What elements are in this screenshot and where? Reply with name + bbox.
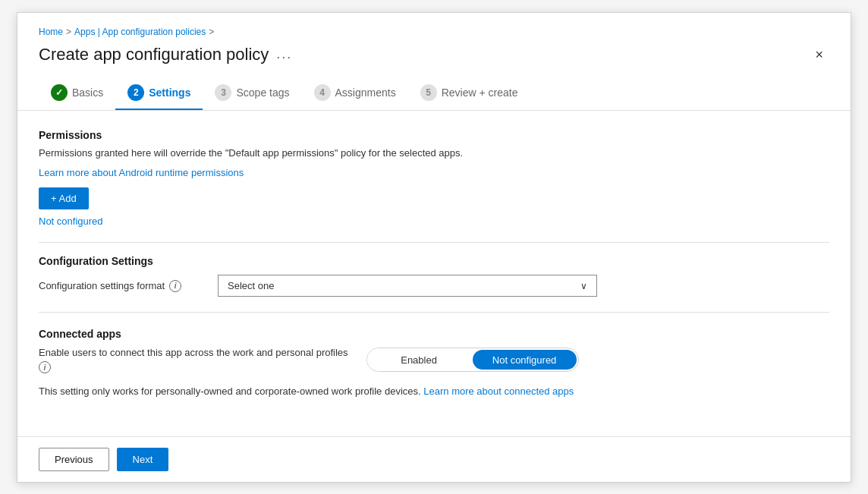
config-format-info-icon[interactable]: i [169,280,181,292]
config-format-value: Select one [228,280,274,291]
config-settings-title: Configuration Settings [39,255,829,267]
tab-review-label: Review + create [442,87,518,99]
section-divider-1 [39,242,829,243]
config-settings-section: Configuration Settings Configuration set… [39,255,829,297]
config-format-dropdown[interactable]: Select one ∨ [218,275,597,297]
tab-settings-label: Settings [149,87,190,99]
modal-container: Home > Apps | App configuration policies… [17,12,851,483]
config-format-label: Configuration settings format i [39,280,206,292]
learn-more-connected-link[interactable]: Learn more about connected apps [423,385,574,397]
tab-basics-circle: ✓ [51,84,68,101]
permissions-section: Permissions Permissions granted here wil… [39,129,829,228]
permissions-description: Permissions granted here will override t… [39,146,829,161]
toggle-row: Enable users to connect this app across … [39,346,829,373]
breadcrumb-apps[interactable]: Apps | App configuration policies [74,27,206,37]
previous-button[interactable]: Previous [39,448,109,471]
tab-scope-tags[interactable]: 3 Scope tags [203,78,301,110]
modal-body: Permissions Permissions granted here wil… [17,111,851,436]
add-button[interactable]: + Add [39,187,89,209]
connected-apps-toggle[interactable]: Enabled Not configured [366,348,579,372]
modal-header: Home > Apps | App configuration policies… [17,13,851,65]
tab-assignments-label: Assignments [335,87,396,99]
connected-apps-info-icon[interactable]: i [39,361,51,373]
tabs-row: ✓ Basics 2 Settings 3 Scope tags 4 Assig… [17,65,851,111]
tab-settings-circle: 2 [127,84,144,101]
connected-apps-section: Connected apps Enable users to connect t… [39,328,829,399]
connected-note: This setting only works for personally-o… [39,384,829,399]
tab-settings[interactable]: 2 Settings [115,78,203,110]
next-button[interactable]: Next [117,448,169,471]
modal-footer: Previous Next [17,436,851,482]
toggle-not-configured-option[interactable]: Not configured [473,350,577,370]
ellipsis-menu[interactable]: ... [276,46,292,62]
tab-review-circle: 5 [420,84,437,101]
close-button[interactable]: × [809,45,829,65]
toggle-label-text: Enable users to connect this app across … [39,346,348,360]
toggle-label-block: Enable users to connect this app across … [39,346,348,373]
tab-assignments[interactable]: 4 Assignments [302,78,408,110]
tab-basics-label: Basics [72,87,103,99]
tab-scope-circle: 3 [215,84,231,101]
tab-basics[interactable]: ✓ Basics [39,78,115,110]
tab-review-create[interactable]: 5 Review + create [408,78,530,110]
modal-title-row: Create app configuration policy ... × [39,45,829,65]
config-format-row: Configuration settings format i Select o… [39,275,829,297]
tab-scope-label: Scope tags [236,87,289,99]
breadcrumb-home[interactable]: Home [39,27,63,37]
breadcrumb: Home > Apps | App configuration policies… [39,27,829,37]
learn-more-android-link[interactable]: Learn more about Android runtime permiss… [39,167,244,178]
connected-apps-title: Connected apps [39,328,829,340]
not-configured-label: Not configured [39,216,829,227]
tab-assignments-circle: 4 [314,84,331,101]
section-divider-2 [39,312,829,313]
breadcrumb-sep2: > [209,27,214,37]
dropdown-chevron-icon: ∨ [580,281,587,291]
breadcrumb-sep1: > [66,27,71,37]
modal-title: Create app configuration policy ... [39,45,292,65]
toggle-enabled-option[interactable]: Enabled [367,348,471,371]
permissions-title: Permissions [39,129,829,141]
